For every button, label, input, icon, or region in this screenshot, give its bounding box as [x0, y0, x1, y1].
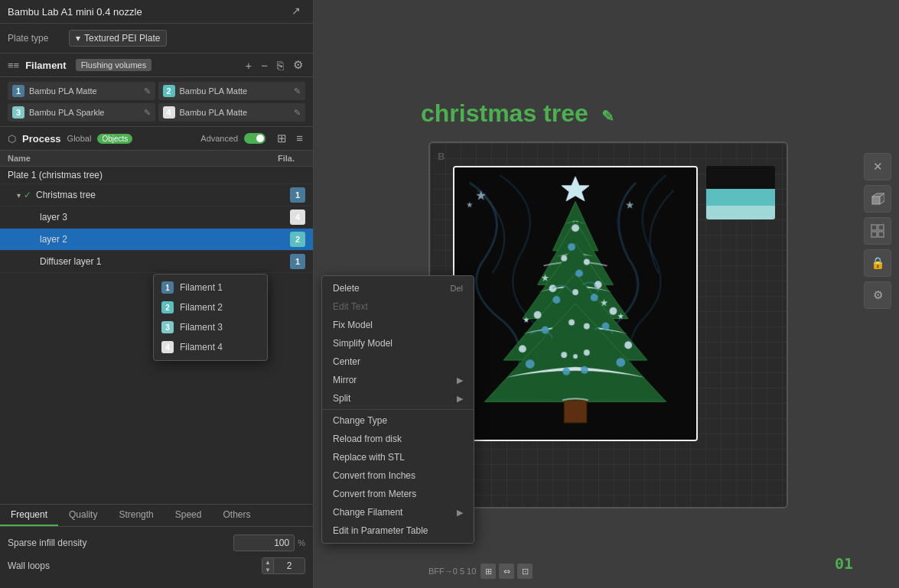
tab-strength[interactable]: Strength	[108, 505, 164, 526]
list-view-icon[interactable]: ≡	[294, 132, 305, 145]
tab-speed[interactable]: Speed	[164, 505, 213, 526]
filament-submenu-item-3[interactable]: 3 Filament 3	[154, 317, 267, 337]
tab-others[interactable]: Others	[212, 505, 261, 526]
filament-icon: ≡≡	[8, 60, 19, 71]
filament-item-3[interactable]: 3 Bambu PLA Sparkle ✎	[8, 103, 155, 122]
lock-button[interactable]: 🔒	[864, 249, 891, 277]
settings-view-button[interactable]: ⚙	[864, 281, 891, 309]
filament-submenu-item-4[interactable]: 4 Filament 4	[154, 337, 267, 357]
tabs-bar: FrequentQualityStrengthSpeedOthers	[0, 505, 313, 527]
context-menu-item-replace_stl[interactable]: Replace with STL	[322, 448, 474, 466]
bottom-bar: BFF→0 5 10 ⊞ ⇔ ⊡	[428, 562, 838, 580]
context-menu-item-delete[interactable]: DeleteDel	[322, 279, 474, 297]
context-menu-item-change_type[interactable]: Change Type	[322, 411, 474, 430]
context-menu-item-reload[interactable]: Reload from disk	[322, 430, 474, 448]
context-menu-item-simplify[interactable]: Simplify Model	[322, 334, 474, 352]
objects-badge[interactable]: Objects	[97, 134, 132, 144]
context-menu-item-change_filament[interactable]: Change Filament▶	[322, 503, 474, 521]
svg-point-26	[568, 243, 575, 251]
tree-name-col-header: Name	[8, 154, 267, 163]
view-cube-button[interactable]	[864, 185, 891, 213]
add-filament-button[interactable]: +	[243, 59, 254, 72]
svg-rect-44	[878, 225, 884, 230]
external-link-icon[interactable]: ↗	[292, 5, 305, 18]
wall-loops-arrows: ▲ ▼	[262, 558, 274, 573]
tab-frequent[interactable]: Frequent	[0, 505, 58, 526]
grid-button[interactable]	[864, 217, 891, 245]
flushing-volumes-button[interactable]: Flushing volumes	[76, 59, 152, 71]
canvas-title-text: christmas tree	[421, 99, 588, 127]
filament-header: ≡≡ Filament Flushing volumes + − ⎘ ⚙	[0, 54, 313, 77]
context-menu-item-center[interactable]: Center	[322, 352, 474, 371]
svg-point-11	[572, 224, 579, 232]
tree-item-plate[interactable]: Plate 1 (christmas tree)	[0, 167, 313, 184]
advanced-toggle[interactable]	[244, 133, 265, 144]
bottom-icon-2[interactable]: ⇔	[499, 564, 514, 579]
svg-point-12	[561, 255, 567, 262]
wall-loops-down-arrow[interactable]: ▼	[262, 566, 273, 573]
svg-point-27	[575, 270, 583, 278]
filament-submenu-label: Filament 4	[180, 342, 223, 352]
context-menu-item-mirror[interactable]: Mirror▶	[322, 371, 474, 389]
filament-item-4[interactable]: 4 Bambu PLA Matte ✎	[158, 103, 306, 122]
filament-submenu-label: Filament 1	[180, 282, 223, 293]
context-menu-item-edit_text: Edit Text	[322, 297, 474, 316]
filament-item-2[interactable]: 2 Bambu PLA Matte ✎	[158, 82, 306, 100]
context-menu-item-split[interactable]: Split▶	[322, 389, 474, 408]
context-menu-item-label: Simplify Model	[333, 338, 392, 349]
printer-header: Bambu Lab A1 mini 0.4 nozzle ↗	[0, 0, 313, 24]
filament-submenu: 1 Filament 1 2 Filament 2 3 Filament 3 4…	[153, 274, 268, 361]
context-menu-item-label: Center	[333, 356, 360, 367]
copy-filament-button[interactable]: ⎘	[275, 59, 286, 72]
plate-type-select[interactable]: ▾ Textured PEI Plate	[69, 30, 167, 47]
context-menu-item-label: Replace with STL	[333, 452, 405, 463]
context-menu-item-edit_param[interactable]: Edit in Parameter Table	[322, 521, 474, 540]
svg-point-23	[561, 352, 567, 358]
title-edit-icon[interactable]: ✎	[601, 108, 614, 125]
wall-loops-stepper: ▲ ▼ 2	[262, 557, 305, 574]
context-menu-item-convert_inches[interactable]: Convert from Inches	[322, 466, 474, 485]
tree-item-xmas[interactable]: ▾✓Christmas tree1	[0, 184, 313, 206]
close-view-button[interactable]: ✕	[864, 153, 891, 180]
svg-rect-45	[871, 232, 877, 237]
context-menu-item-convert_meters[interactable]: Convert from Meters	[322, 485, 474, 503]
wall-loops-up-arrow[interactable]: ▲	[262, 558, 273, 566]
plate-type-row: Plate type ▾ Textured PEI Plate	[0, 24, 313, 54]
sparse-infill-label: Sparse infill density	[8, 538, 233, 548]
context-menu-item-fix_model[interactable]: Fix Model	[322, 316, 474, 334]
tree-fila-col-header: Fila.	[267, 154, 305, 163]
model-image[interactable]	[453, 166, 698, 441]
tree-item-layer2[interactable]: layer 22	[0, 229, 313, 251]
svg-point-35	[581, 366, 588, 374]
svg-point-24	[584, 349, 590, 356]
tree-header: Name Fila.	[0, 151, 313, 167]
color-strip-black	[706, 166, 775, 189]
grid-view-icon[interactable]: ⊞	[275, 132, 289, 145]
context-menu-item-label: Convert from Meters	[333, 489, 416, 499]
bottom-icon-1[interactable]: ⊞	[480, 564, 496, 579]
svg-point-18	[609, 307, 617, 315]
right-toolbar: ✕ 🔒 ⚙	[864, 153, 891, 309]
sparse-infill-row: Sparse infill density %	[8, 534, 305, 551]
filament-submenu-item-2[interactable]: 2 Filament 2	[154, 297, 267, 317]
context-menu-item-label: Reload from disk	[333, 434, 402, 444]
svg-point-25	[573, 354, 578, 359]
context-menu-arrow: ▶	[457, 508, 463, 518]
filament-grid: 1 Bambu PLA Matte ✎ 2 Bambu PLA Matte ✎ …	[0, 77, 313, 127]
filament-item-1[interactable]: 1 Bambu PLA Matte ✎	[8, 82, 155, 100]
sparse-infill-unit: %	[298, 538, 305, 547]
filament-submenu-item-1[interactable]: 1 Filament 1	[154, 278, 267, 297]
context-menu-item-label: Change Filament	[333, 507, 402, 518]
context-menu-item-label: Edit Text	[333, 301, 368, 312]
tree-item-layer3[interactable]: layer 34	[0, 206, 313, 229]
bottom-icons: ⊞ ⇔ ⊡	[480, 564, 533, 579]
tree-item-diffuser[interactable]: Diffuser layer 11	[0, 251, 313, 273]
filament-settings-button[interactable]: ⚙	[291, 58, 305, 72]
svg-point-13	[584, 259, 590, 265]
sparse-infill-input[interactable]	[233, 534, 295, 551]
remove-filament-button[interactable]: −	[259, 59, 270, 72]
tab-quality[interactable]: Quality	[58, 505, 108, 526]
context-menu-item-label: Delete	[333, 283, 360, 294]
bottom-icon-3[interactable]: ⊡	[517, 564, 533, 579]
svg-point-22	[624, 341, 632, 349]
